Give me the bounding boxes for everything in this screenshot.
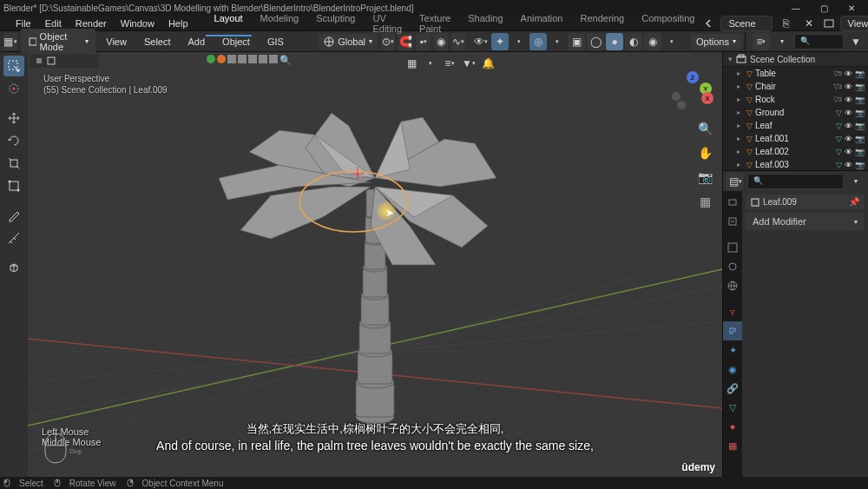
add-menu[interactable]: Add [181, 35, 213, 49]
tool-select-box[interactable] [3, 56, 24, 76]
object-menu[interactable]: Object [215, 35, 257, 49]
tool-annotate[interactable] [3, 205, 24, 226]
outliner[interactable]: ▾ Scene Collection ▸▽Table▽5👁📷▸▽Chair▽3👁… [723, 52, 868, 170]
disable-render-icon[interactable]: 📷 [855, 161, 865, 169]
proportional-edit-icon[interactable]: ◉ [434, 33, 448, 50]
outliner-item-rock[interactable]: ▸▽Rock▽3👁📷 [723, 93, 868, 106]
proptab-object[interactable]: ▿ [723, 302, 742, 321]
proptab-physics[interactable]: ◉ [723, 360, 742, 379]
tool-add-cube[interactable] [3, 257, 24, 278]
view-menu[interactable]: View [99, 35, 134, 49]
scene-new-icon[interactable]: ⎘ [778, 15, 795, 32]
tab-layout[interactable]: Layout [206, 10, 252, 36]
disable-render-icon[interactable]: 📷 [855, 96, 865, 104]
snap-mode-icon[interactable]: ▪▾ [416, 33, 430, 50]
close-button[interactable]: ✕ [838, 1, 865, 15]
outliner-display-mode-icon[interactable]: ≡▾ [753, 33, 770, 50]
outliner-item-leaf-002[interactable]: ▸▽Leaf.002▽👁📷 [723, 145, 868, 158]
menu-window[interactable]: Window [114, 17, 161, 30]
disable-render-icon[interactable]: 📷 [855, 135, 865, 143]
axis-x-icon[interactable]: X [701, 92, 713, 104]
visibility-filter-icon[interactable]: 👁▾ [472, 33, 490, 50]
gis-menu[interactable]: GIS [260, 35, 291, 49]
outliner-scene-collection[interactable]: ▾ Scene Collection [723, 52, 868, 67]
tab-sculpting[interactable]: Sculpting [307, 10, 364, 36]
proptab-scene[interactable] [723, 257, 742, 276]
shading-dropdown-icon[interactable]: ▾ [663, 33, 681, 50]
axis-neg-icon[interactable] [677, 101, 686, 109]
tool-cursor[interactable] [3, 78, 24, 99]
pivot-point-icon[interactable]: ⊙▾ [381, 33, 395, 50]
minimize-button[interactable]: — [783, 1, 809, 15]
menu-help[interactable]: Help [161, 17, 195, 30]
gizmo-dropdown-icon[interactable]: ▾ [510, 33, 528, 50]
pan-icon[interactable]: ✋ [696, 144, 713, 162]
mode-selector[interactable]: Object Mode ▾ [21, 29, 95, 55]
select-menu[interactable]: Select [137, 35, 178, 49]
proptab-texture[interactable]: ▦ [723, 436, 742, 455]
tool-rotate[interactable] [3, 130, 24, 151]
viewlayer-icon[interactable] [823, 17, 835, 30]
proptab-data[interactable]: ▽ [723, 398, 742, 417]
proptab-world[interactable] [723, 276, 742, 295]
outliner-dropdown-icon[interactable]: ▾ [773, 33, 791, 50]
outliner-item-leaf-001[interactable]: ▸▽Leaf.001▽👁📷 [723, 132, 868, 145]
outliner-filter-icon[interactable]: ▼ [847, 33, 865, 50]
tool-measure[interactable] [3, 228, 24, 248]
overlay-toggle-icon[interactable]: ◎ [529, 33, 547, 50]
props-search-input[interactable]: 🔍 [747, 174, 844, 189]
snap-toggle-icon[interactable]: 🧲 [398, 33, 412, 50]
disable-render-icon[interactable]: 📷 [855, 109, 865, 117]
proptab-material[interactable]: ● [723, 417, 742, 436]
add-modifier-button[interactable]: Add Modifier ▾ [746, 213, 865, 230]
xray-toggle-icon[interactable]: ▣ [568, 33, 585, 50]
proptab-modifiers[interactable] [723, 321, 742, 340]
shading-wireframe-icon[interactable]: ◯ [587, 33, 604, 50]
camera-view-icon[interactable]: 📷 [696, 169, 713, 186]
disable-render-icon[interactable]: 📷 [855, 148, 865, 156]
overlay-dropdown-icon[interactable]: ▾ [549, 33, 566, 50]
proptab-constraints[interactable]: 🔗 [723, 379, 742, 398]
visibility-eye-icon[interactable]: 👁 [845, 96, 852, 104]
visibility-eye-icon[interactable]: 👁 [845, 109, 852, 117]
visibility-eye-icon[interactable]: 👁 [845, 148, 852, 156]
zoom-icon[interactable]: 🔍 [696, 120, 713, 137]
tool-scale[interactable] [3, 153, 24, 174]
visibility-eye-icon[interactable]: 👁 [845, 69, 852, 78]
scene-delete-icon[interactable]: ✕ [800, 15, 818, 32]
tab-modeling[interactable]: Modeling [252, 10, 308, 36]
proportional-falloff-icon[interactable]: ∿▾ [451, 33, 465, 50]
proptab-particles[interactable]: ✦ [723, 340, 742, 360]
shading-matprev-icon[interactable]: ◐ [625, 33, 642, 50]
disable-render-icon[interactable]: 📷 [855, 83, 865, 91]
axis-z-icon[interactable]: Z [687, 71, 699, 83]
proptab-render[interactable] [723, 193, 742, 212]
gizmo-toggle-icon[interactable]: ✦ [491, 33, 509, 50]
orientation-selector[interactable]: Global ▾ [319, 34, 378, 50]
options-button[interactable]: Options ▾ [691, 34, 741, 50]
3d-viewport[interactable]: 🔍 ▦ ▾ ≡▾ ▼▾ 🔔 [28, 52, 722, 477]
shading-solid-icon[interactable]: ● [606, 33, 623, 50]
axis-neg2-icon[interactable] [672, 92, 681, 101]
outliner-item-chair[interactable]: ▸▽Chair▽3👁📷 [723, 80, 868, 93]
visibility-eye-icon[interactable]: 👁 [845, 83, 852, 91]
proptab-viewlayer[interactable] [723, 238, 742, 257]
props-options-icon[interactable]: ▾ [847, 173, 865, 190]
back-scene-icon[interactable] [703, 17, 715, 30]
props-editor-type-icon[interactable]: ▤▾ [727, 173, 744, 190]
scene-name-field[interactable]: Scene [720, 16, 772, 31]
outliner-item-ground[interactable]: ▸▽Ground▽👁📷 [723, 106, 868, 119]
nav-gizmo[interactable]: Z Y X [672, 71, 713, 113]
visibility-eye-icon[interactable]: 👁 [845, 122, 852, 130]
tool-transform[interactable] [3, 175, 24, 196]
outliner-search-input[interactable]: 🔍 [794, 34, 844, 50]
maximize-button[interactable]: ▢ [811, 1, 837, 15]
outliner-item-leaf[interactable]: ▸▽Leaf▽👁📷 [723, 119, 868, 132]
visibility-eye-icon[interactable]: 👁 [845, 135, 852, 143]
tool-move[interactable] [3, 108, 24, 129]
editor-type-icon[interactable]: ▦▾ [3, 33, 17, 50]
disable-render-icon[interactable]: 📷 [855, 122, 865, 130]
outliner-item-table[interactable]: ▸▽Table▽5👁📷 [723, 67, 868, 80]
visibility-eye-icon[interactable]: 👁 [845, 161, 852, 169]
proptab-output[interactable] [723, 212, 742, 231]
